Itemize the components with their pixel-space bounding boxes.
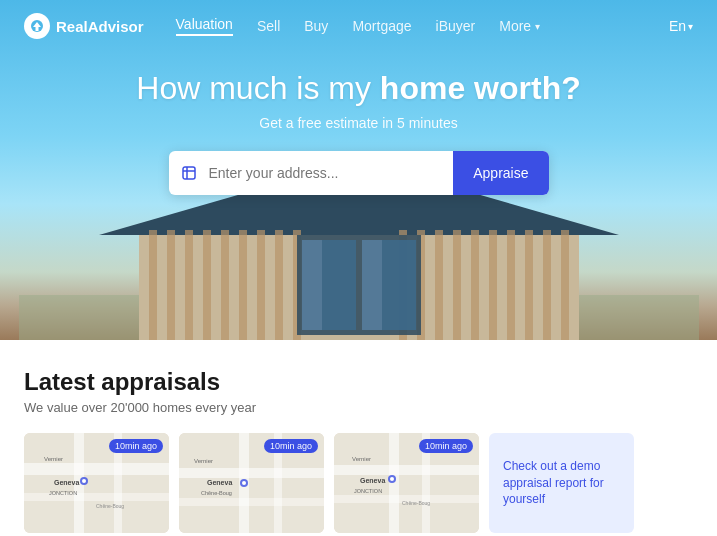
section-title: Latest appraisals xyxy=(24,368,693,396)
svg-rect-8 xyxy=(149,230,157,340)
svg-rect-26 xyxy=(561,230,569,340)
navbar: RealAdvisor Valuation Sell Buy Mortgage … xyxy=(0,0,717,52)
svg-point-63 xyxy=(390,477,394,481)
svg-text:JONCTION: JONCTION xyxy=(49,490,77,496)
svg-rect-14 xyxy=(257,230,265,340)
svg-point-52 xyxy=(242,481,246,485)
logo[interactable]: RealAdvisor xyxy=(24,13,144,39)
appraisal-card[interactable]: Vernier Geneva JONCTION Chêne-Boug 10min… xyxy=(334,433,479,533)
appraise-button[interactable]: Appraise xyxy=(453,151,548,195)
svg-rect-13 xyxy=(239,230,247,340)
nav-ibuyer[interactable]: iBuyer xyxy=(436,18,476,34)
svg-rect-31 xyxy=(362,240,382,330)
svg-rect-33 xyxy=(24,463,169,475)
time-badge: 10min ago xyxy=(109,439,163,453)
content-section: Latest appraisals We value over 20'000 h… xyxy=(0,340,717,536)
svg-text:Chêne-Boug: Chêne-Boug xyxy=(96,503,124,509)
time-badge: 10min ago xyxy=(419,439,473,453)
svg-rect-9 xyxy=(167,230,175,340)
svg-rect-47 xyxy=(179,498,324,506)
svg-rect-19 xyxy=(435,230,443,340)
svg-rect-20 xyxy=(453,230,461,340)
demo-card-text: Check out a demo appraisal report for yo… xyxy=(503,458,620,508)
nav-more[interactable]: More ▾ xyxy=(499,18,540,34)
nav-valuation[interactable]: Valuation xyxy=(176,16,233,36)
svg-rect-22 xyxy=(489,230,497,340)
svg-text:JONCTION: JONCTION xyxy=(354,488,382,494)
svg-point-42 xyxy=(82,479,86,483)
svg-rect-12 xyxy=(221,230,229,340)
search-bar: Appraise xyxy=(169,151,549,195)
appraisal-card[interactable]: Vernier Geneva JONCTION Chêne-Boug 10min… xyxy=(24,433,169,533)
map-thumbnail: Vernier Geneva JONCTION Chêne-Boug 10min… xyxy=(24,433,169,533)
chevron-down-icon: ▾ xyxy=(535,21,540,32)
svg-rect-30 xyxy=(302,240,322,330)
hero-title: How much is my home worth? xyxy=(136,70,580,107)
svg-rect-23 xyxy=(507,230,515,340)
svg-rect-54 xyxy=(334,465,479,475)
hero-text: How much is my home worth? Get a free es… xyxy=(136,70,580,151)
location-icon xyxy=(169,165,209,181)
time-badge: 10min ago xyxy=(264,439,318,453)
nav-mortgage[interactable]: Mortgage xyxy=(352,18,411,34)
logo-text: RealAdvisor xyxy=(56,18,144,35)
chevron-down-icon: ▾ xyxy=(688,21,693,32)
svg-text:Vernier: Vernier xyxy=(194,458,213,464)
svg-text:Geneva: Geneva xyxy=(207,479,232,486)
address-input[interactable] xyxy=(209,151,454,195)
nav-sell[interactable]: Sell xyxy=(257,18,280,34)
svg-rect-10 xyxy=(185,230,193,340)
svg-text:Vernier: Vernier xyxy=(352,456,371,462)
nav-right: En ▾ xyxy=(669,18,693,34)
section-subtitle: We value over 20'000 homes every year xyxy=(24,400,693,415)
svg-rect-25 xyxy=(543,230,551,340)
svg-text:Vernier: Vernier xyxy=(44,456,63,462)
demo-appraisal-card[interactable]: Check out a demo appraisal report for yo… xyxy=(489,433,634,533)
svg-rect-1 xyxy=(183,167,195,179)
hero-subtitle: Get a free estimate in 5 minutes xyxy=(136,115,580,131)
language-selector[interactable]: En ▾ xyxy=(669,18,693,34)
svg-rect-55 xyxy=(389,433,399,533)
svg-rect-36 xyxy=(24,493,169,501)
svg-rect-11 xyxy=(203,230,211,340)
nav-buy[interactable]: Buy xyxy=(304,18,328,34)
svg-text:Chêne-Boug: Chêne-Boug xyxy=(201,490,232,496)
map-thumbnail: Vernier Geneva JONCTION Chêne-Boug 10min… xyxy=(334,433,479,533)
svg-text:Geneva: Geneva xyxy=(54,479,79,486)
logo-icon xyxy=(24,13,50,39)
nav-links: Valuation Sell Buy Mortgage iBuyer More … xyxy=(176,16,669,36)
svg-rect-15 xyxy=(275,230,283,340)
svg-rect-24 xyxy=(525,230,533,340)
appraisal-cards-row: Vernier Geneva JONCTION Chêne-Boug 10min… xyxy=(24,433,693,533)
svg-rect-44 xyxy=(179,468,324,478)
appraisal-card[interactable]: Vernier Geneva Chêne-Boug 10min ago xyxy=(179,433,324,533)
svg-text:Chêne-Boug: Chêne-Boug xyxy=(402,500,430,506)
svg-rect-21 xyxy=(471,230,479,340)
svg-text:Geneva: Geneva xyxy=(360,477,385,484)
map-thumbnail: Vernier Geneva Chêne-Boug 10min ago xyxy=(179,433,324,533)
